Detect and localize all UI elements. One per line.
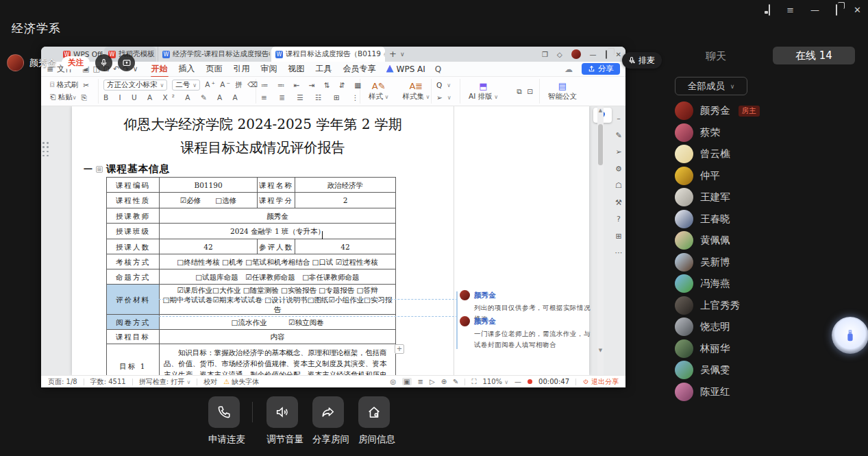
table-cell[interactable]: B01190 (160, 178, 258, 193)
paste-button[interactable]: ⎗ 粘贴∨ (50, 93, 77, 102)
table-cell[interactable]: 授课教师 (107, 208, 160, 224)
close-icon[interactable]: ✕ (854, 4, 861, 16)
table-cell[interactable]: 政治经济学 (295, 178, 396, 193)
action-button[interactable]: 申请连麦 (208, 396, 240, 446)
new-tab-icon[interactable]: + (389, 49, 397, 59)
host-avatar[interactable] (7, 54, 24, 71)
table-cell[interactable]: 42 (160, 239, 258, 254)
table-cell[interactable]: 2 (295, 193, 396, 208)
table-add-button[interactable]: + (395, 344, 404, 354)
member-row[interactable]: 黄佩佩 (668, 230, 868, 252)
proofread-button[interactable]: 校对 (203, 377, 217, 387)
member-row[interactable]: 吴佩雯 (668, 359, 868, 381)
tab-list-caret-icon[interactable]: ∨ (400, 51, 405, 58)
table-cell[interactable]: 授课人数 (107, 239, 160, 254)
ribbon-tab[interactable]: 页面 (206, 62, 223, 76)
zoom-out-icon[interactable]: — (514, 378, 521, 385)
ribbon-tab[interactable]: 引用 (233, 62, 251, 76)
table-cell[interactable]: 课程学分 (258, 193, 295, 208)
table-cell[interactable]: 考核方式 (107, 254, 160, 269)
table-cell[interactable]: 课程目标 (107, 330, 160, 344)
member-row[interactable]: 仲平 (668, 165, 868, 187)
member-row[interactable]: 王春晓 (668, 208, 868, 230)
table-cell[interactable]: ☑课后作业□大作业 □随堂测验 □实验报告 □专题报告 □答辩 □期中考试试卷☑… (160, 285, 396, 315)
screen-share-button[interactable] (118, 54, 135, 71)
ribbon-tab[interactable]: 插入 (178, 62, 196, 76)
cloud-sync-icon[interactable]: ☁ (565, 64, 573, 74)
ribbon-tab[interactable]: 工具 (315, 62, 333, 76)
table-cell[interactable]: 课程性质 (107, 193, 160, 208)
action-button[interactable]: 调节音量 (266, 396, 298, 446)
tab-overview-icon[interactable]: ❐ (542, 51, 548, 58)
format-painter-button[interactable]: ⌼ 格式刷 (50, 80, 78, 90)
cut-icon[interactable]: ✂ (83, 81, 89, 89)
table-cell[interactable]: □终结性考核 □机考 □笔试和机考相结合 □口试 ☑过程性考核 (160, 254, 396, 269)
side-rail-icon[interactable]: ☖ (615, 182, 622, 190)
scroll-up-icon[interactable]: ▲ (597, 108, 604, 113)
usb-device-float-button[interactable] (832, 317, 868, 354)
member-row[interactable]: 冯海燕 (668, 273, 868, 295)
member-row[interactable]: 曾云樵 (668, 143, 868, 165)
table-cell[interactable]: 颜秀金 (160, 208, 396, 224)
table-cell[interactable]: 阅卷方式 (107, 315, 160, 330)
word-count[interactable]: 字数: 4511 (90, 377, 126, 387)
member-row[interactable]: 蔡荣 (668, 122, 868, 144)
workspace-icon[interactable]: ◇ (557, 51, 562, 58)
side-rail-icon[interactable]: ✎ (615, 132, 621, 140)
member-row[interactable]: 上官秀秀 (668, 295, 868, 317)
overlay-drag-handle[interactable] (42, 142, 49, 157)
ai-typeset-button[interactable]: ⬒AI 排版 ∨ (465, 81, 501, 101)
side-rail-icon[interactable]: ➢ (615, 148, 621, 156)
ribbon-tab[interactable]: 视图 (288, 62, 306, 76)
minimize-icon[interactable]: — (810, 4, 819, 16)
table-cell[interactable]: 评价材料 (107, 285, 160, 315)
wps-restore-icon[interactable] (606, 51, 607, 58)
side-rail-icon[interactable]: ? (617, 215, 621, 224)
spellcheck-toggle[interactable]: 拼写检查: 打开 ∨ (139, 377, 191, 387)
outline-view-icon[interactable]: ≣ (418, 378, 423, 385)
smart-doc-button[interactable]: ▤智能公文 (545, 81, 580, 101)
wps-close-icon[interactable]: ✕ (616, 51, 621, 58)
table-cell[interactable]: 内容 (160, 330, 396, 344)
table-cell[interactable]: 课程编码 (107, 178, 160, 193)
fullscreen-icon[interactable]: ⛶ (471, 378, 476, 386)
page-view-icon[interactable]: ▣ (402, 378, 411, 385)
ribbon-tab[interactable]: 开始 (151, 62, 169, 76)
table-cell[interactable]: 授课班级 (107, 224, 160, 239)
restore-icon[interactable] (836, 4, 837, 16)
share-button[interactable]: 分享 (582, 63, 620, 75)
font-size-select[interactable]: 二号∨ (172, 80, 200, 91)
side-rail-icon[interactable]: ⊞ (615, 232, 621, 241)
member-row[interactable]: 王建军 (668, 187, 868, 208)
mini-player-icon[interactable] (769, 4, 770, 16)
wps-document-tab[interactable]: W 经济学院-课程目标达成度报告模版.d (158, 47, 270, 62)
wps-ai-menu[interactable]: WPS AI (386, 63, 426, 75)
outline-collapse-icon[interactable]: ⊞ (96, 166, 103, 173)
wps-document-tab[interactable]: W 课程目标达成度报告（B0119 ◴✕ (271, 47, 385, 62)
ribbon-tab[interactable]: 会员专享 (343, 62, 377, 76)
member-row[interactable]: 吴新博 (668, 252, 868, 274)
find-icon[interactable]: Q (436, 81, 442, 89)
member-filter-dropdown[interactable]: 全部成员 ∨ (675, 77, 747, 95)
scrollbar-thumb[interactable] (598, 124, 603, 165)
follow-button[interactable]: 关注 (62, 56, 90, 69)
style-set-button[interactable]: A≣样式集 ∨ (399, 81, 433, 101)
copy-icon[interactable]: ⎘ (82, 93, 87, 102)
font-tools-icons[interactable]: A⁺ A⁻ 拼 ⌫ (205, 80, 259, 90)
action-button[interactable]: 房间信息 (358, 396, 390, 446)
queue-mic-button[interactable]: 排麦 (622, 52, 662, 69)
select-icon[interactable]: ➢ (436, 93, 443, 101)
font-style-icons[interactable]: B I U A X² A ✎ A A (103, 93, 242, 101)
table-cell[interactable]: 命题方式 (107, 269, 160, 285)
paragraph-icons-row2[interactable]: ≡ ≣ ☰ ☷ ⊞ ⋮ (261, 93, 363, 101)
pane-icons[interactable]: ⧉ ⊡ (517, 87, 534, 96)
table-cell[interactable]: 知识目标：掌握政治经济学的基本概念、原理和理论框架，包括商品、价值、货币、市场经… (160, 344, 396, 375)
action-button[interactable]: 分享房间 (312, 396, 344, 446)
table-cell[interactable]: □流水作业 ☑独立阅卷 (160, 315, 396, 330)
doc-scrollbar[interactable]: ▲ ▼ (597, 106, 604, 375)
account-avatar[interactable] (571, 49, 581, 59)
table-cell[interactable]: 2024 金融学 1 班（专升本） (160, 224, 396, 239)
table-cell[interactable]: □试题库命题 ☑任课教师命题 □非任课教师命题 (160, 269, 396, 285)
member-row[interactable]: 颜秀金 房主 (668, 100, 868, 122)
side-rail-icon[interactable]: ⚙ (615, 165, 622, 173)
